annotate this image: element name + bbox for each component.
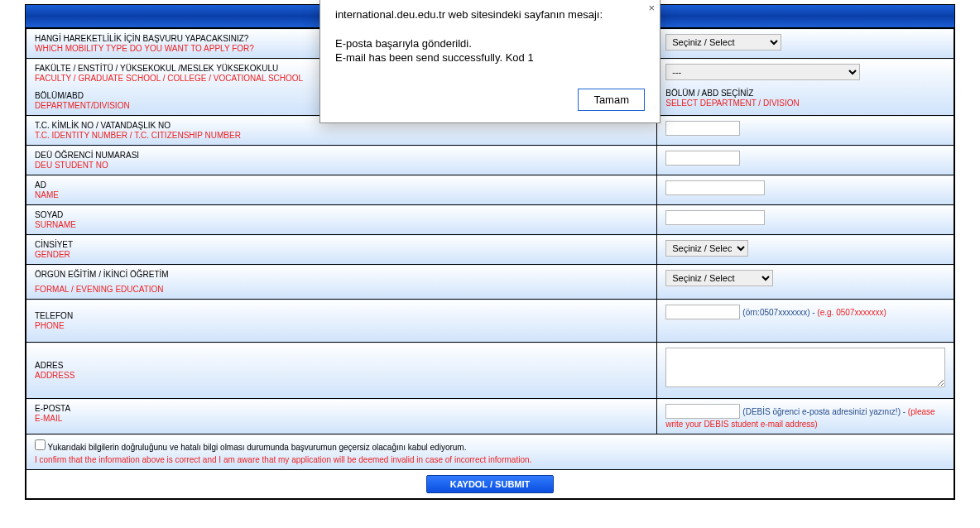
modal-title: international.deu.edu.tr web sitesindeki…: [335, 8, 645, 21]
phone-hint-en: (e.g. 0507xxxxxxx): [817, 308, 886, 317]
surname-input[interactable]: [665, 210, 765, 225]
cell-mobility-input: Seçiniz / Select: [657, 29, 954, 59]
cell-faculty-input: --- BÖLÜM / ABD SEÇİNİZ SELECT DEPARTMEN…: [657, 59, 954, 116]
phone-input[interactable]: [665, 305, 740, 319]
label-edu: ÖRGÜN EĞİTİM / İKİNCİ ÖĞRETİM FORMAL / E…: [26, 265, 657, 300]
confirm-en: I confirm that the information above is …: [35, 455, 945, 464]
label-surname: SOYAD SURNAME: [26, 205, 657, 235]
faculty-select[interactable]: ---: [665, 64, 860, 80]
confirm-label[interactable]: Yukarıdaki bilgilerin doğruluğunu ve hat…: [35, 443, 466, 452]
label-stuno: DEÜ ÖĞRENCİ NUMARASI DEU STUDENT NO: [26, 146, 657, 175]
modal-ok-button[interactable]: Tamam: [578, 89, 645, 111]
name-input[interactable]: [665, 180, 765, 195]
cell-address-input: [657, 343, 954, 399]
alert-modal: × international.deu.edu.tr web sitesinde…: [319, 0, 661, 123]
modal-line1: E-posta başarıyla gönderildi.: [335, 37, 645, 50]
label-phone: TELEFON PHONE: [26, 300, 657, 343]
gender-select[interactable]: Seçiniz / Select: [665, 240, 748, 257]
cell-surname-input: [657, 205, 954, 235]
confirm-cell: Yukarıdaki bilgilerin doğruluğunu ve hat…: [26, 434, 954, 470]
close-icon[interactable]: ×: [648, 2, 655, 14]
submit-button[interactable]: KAYDOL / SUBMIT: [426, 475, 555, 493]
label-name: AD NAME: [26, 175, 657, 205]
label-address: ADRES ADDRESS: [26, 343, 657, 399]
mobility-select[interactable]: Seçiniz / Select: [665, 34, 781, 50]
student-no-input[interactable]: [665, 151, 740, 166]
cell-stuno-input: [657, 146, 954, 175]
dept-select-label-tr: BÖLÜM / ABD SEÇİNİZ: [665, 89, 945, 98]
label-gender: CİNSİYET GENDER: [26, 235, 657, 265]
address-textarea[interactable]: [665, 348, 945, 387]
cell-email-input: (DEBİS öğrenci e-posta adresinizi yazını…: [657, 399, 954, 434]
phone-hint-tr: (örn:0507xxxxxxx) -: [742, 308, 817, 317]
cell-gender-input: Seçiniz / Select: [657, 235, 954, 265]
email-hint-tr: (DEBİS öğrenci e-posta adresinizi yazını…: [742, 407, 908, 416]
cell-name-input: [657, 175, 954, 205]
cell-edu-input: Seçiniz / Select: [657, 265, 954, 300]
cell-phone-input: (örn:0507xxxxxxx) - (e.g. 0507xxxxxxx): [657, 300, 954, 343]
education-type-select[interactable]: Seçiniz / Select: [665, 270, 773, 286]
label-email: E-POSTA E-MAIL: [26, 399, 657, 434]
email-input[interactable]: [665, 404, 740, 419]
dept-select-label-en: SELECT DEPARTMENT / DIVISION: [665, 98, 945, 108]
cell-tc-input: [657, 116, 954, 146]
submit-row: KAYDOL / SUBMIT: [26, 470, 954, 499]
tc-input[interactable]: [665, 121, 740, 136]
confirm-checkbox[interactable]: [35, 439, 46, 450]
modal-line2: E-mail has been send successfully. Kod 1: [335, 51, 645, 64]
